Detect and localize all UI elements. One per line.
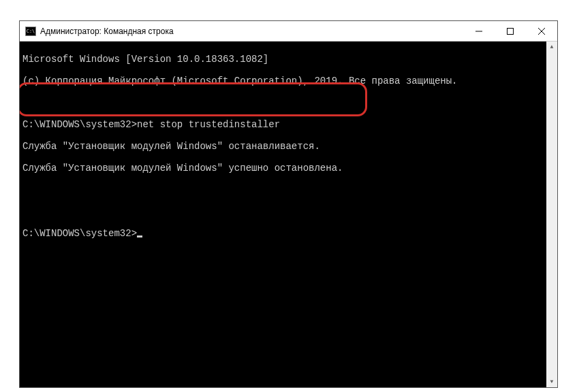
scroll-up-button[interactable]: ▲ <box>546 42 557 52</box>
terminal-content: Microsoft Windows [Version 10.0.18363.10… <box>22 43 555 261</box>
scroll-down-button[interactable]: ▼ <box>546 376 557 387</box>
close-button[interactable] <box>526 21 557 41</box>
close-icon <box>538 28 545 35</box>
terminal-line <box>22 206 542 217</box>
command: net stop trustedinstaller <box>137 119 280 130</box>
cmd-icon: C:\ <box>25 27 36 36</box>
terminal-line: (c) Корпорация Майкрософт (Microsoft Cor… <box>22 76 542 86</box>
terminal-line: C:\WINDOWS\system32> <box>22 228 542 239</box>
minimize-icon <box>475 28 482 35</box>
terminal-area[interactable]: Microsoft Windows [Version 10.0.18363.10… <box>20 42 557 387</box>
terminal-line: Служба "Установщик модулей Windows" успе… <box>22 163 542 174</box>
terminal-line: Служба "Установщик модулей Windows" оста… <box>22 141 542 152</box>
maximize-button[interactable] <box>495 21 526 41</box>
terminal-line: C:\WINDOWS\system32>net stop trustedinst… <box>22 119 542 130</box>
cursor <box>137 235 142 238</box>
terminal-line <box>22 97 542 108</box>
titlebar[interactable]: C:\ Администратор: Командная строка <box>20 21 557 42</box>
maximize-icon <box>507 28 514 35</box>
vertical-scrollbar[interactable]: ▲ ▼ <box>546 42 557 387</box>
window-controls <box>463 21 557 41</box>
minimize-button[interactable] <box>463 21 495 41</box>
prompt: C:\WINDOWS\system32> <box>22 228 137 239</box>
command-prompt-window: C:\ Администратор: Командная строка Micr… <box>19 20 558 388</box>
window-title: Администратор: Командная строка <box>40 27 463 36</box>
prompt: C:\WINDOWS\system32> <box>22 119 137 130</box>
terminal-line: Microsoft Windows [Version 10.0.18363.10… <box>22 54 542 65</box>
svg-rect-1 <box>508 28 514 34</box>
terminal-line <box>22 184 542 195</box>
